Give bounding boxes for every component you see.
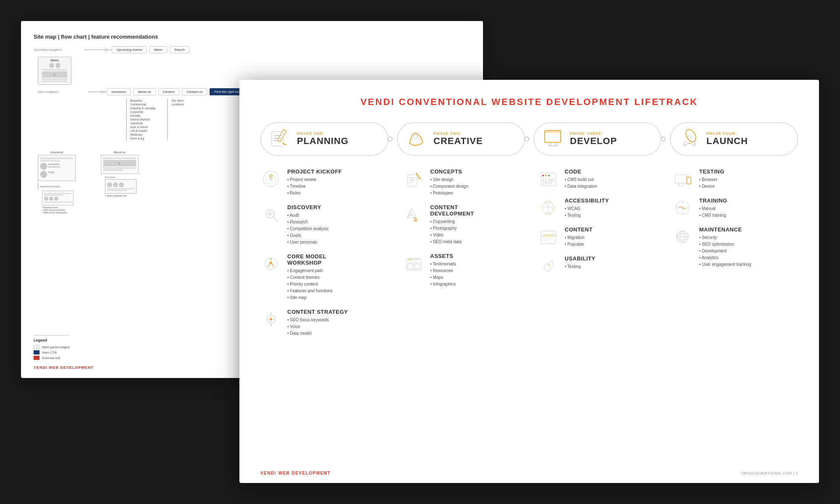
- content-dev-bullets: Copywriting Photography Video SEO meta d…: [430, 218, 520, 245]
- usability-text: USABILITY Testing: [565, 255, 655, 270]
- bullet-1: Project review: [287, 176, 386, 183]
- phase4-name: LAUNCH: [706, 136, 748, 147]
- nav-item-insurance: Insurance: [107, 88, 131, 95]
- svg-line-71: [683, 183, 684, 186]
- discovery-text: DISCOVERY Audit Research Competitive ana…: [287, 204, 386, 246]
- code-text: CODE CMS build out Data integration: [565, 168, 655, 190]
- concepts-title: CONCEPTS: [430, 168, 520, 175]
- item-discovery: DISCOVERY Audit Research Competitive ana…: [260, 204, 386, 246]
- item-content-dev: A a CONTENTDEVELOPMENT Copywriting Photo…: [403, 204, 520, 245]
- content-bullets: Migration Populate: [565, 234, 655, 248]
- insurance-dropdown: Business Commercial, property & casualty…: [118, 99, 184, 140]
- home-box: Home ▶: [38, 57, 71, 85]
- svg-point-15: [688, 135, 691, 138]
- phase-planning-text: PHASE ONE: PLANNING: [297, 131, 349, 147]
- bullet-3: Roles: [287, 190, 386, 197]
- concepts-text: CONCEPTS Site design Component design Pr…: [430, 168, 520, 197]
- phase-creative: PHASE TWO: CREATIVE: [397, 122, 525, 156]
- svg-rect-69: [675, 175, 687, 183]
- about-page-wire: About us ▶ Our team: [101, 151, 139, 214]
- phase2-dot: [524, 136, 529, 142]
- item-concepts: CONCEPTS Site design Component design Pr…: [403, 168, 520, 197]
- nav-item-contact: Contact us: [182, 88, 207, 95]
- legend-item-main: Main parent pages: [34, 345, 70, 349]
- legend-title: Legend: [34, 335, 70, 342]
- svg-rect-74: [688, 184, 690, 186]
- item-maintenance: MAINTENANCE Security SEO optimization De…: [672, 226, 798, 268]
- insurance-items: Business Commercial, property & casualty…: [126, 99, 155, 140]
- slide-title: VENDI CONVENTIONAL WEBSITE DEVELOPMENT L…: [260, 97, 798, 108]
- core-model-bullets: Engagement path Content themes Priority …: [287, 268, 386, 301]
- core-model-icon: [260, 253, 281, 274]
- svg-rect-48: [408, 264, 412, 269]
- vendi-footer-front: VENDI WEB DEVELOPMENT: [260, 471, 331, 475]
- svg-line-68: [548, 264, 550, 266]
- about-items: Our team Locations: [167, 99, 184, 140]
- legend-label-cta: Main CTA: [42, 351, 57, 354]
- col-launch: TESTING Browser Device: [664, 168, 798, 337]
- kickoff-icon: [260, 168, 281, 189]
- svg-point-55: [548, 175, 550, 176]
- phase-launch-text: PHASE FOUR: LAUNCH: [706, 131, 748, 147]
- core-model-text: CORE MODELWORKSHOP Engagement path Conte…: [287, 253, 386, 301]
- items-grid: PROJECT KICKOFF Project review Timeline …: [260, 168, 798, 337]
- phase-creative-icon: [406, 127, 427, 151]
- phase-planning-icon: [270, 127, 291, 151]
- bullet-2: Timeline: [287, 183, 386, 190]
- main-nav-label: Main navigation: [38, 90, 88, 93]
- phases-row: PHASE ONE: PLANNING PHASE TWO:: [260, 122, 798, 156]
- content-icon: <html>: [538, 226, 559, 247]
- maintenance-text: MAINTENANCE Security SEO optimization De…: [699, 226, 798, 268]
- testing-bullets: Browser Device: [699, 176, 798, 190]
- content-dev-text: CONTENTDEVELOPMENT Copywriting Photograp…: [430, 204, 520, 245]
- content-strategy-icon: [260, 309, 281, 330]
- usability-bullets: Testing: [565, 263, 655, 270]
- kickoff-text: PROJECT KICKOFF Project review Timeline …: [287, 168, 386, 197]
- phase4-num: PHASE FOUR:: [706, 131, 748, 136]
- slide-front: VENDI CONVENTIONAL WEBSITE DEVELOPMENT L…: [239, 80, 819, 483]
- phase-launch-icon: [679, 127, 700, 151]
- item-core-model: CORE MODELWORKSHOP Engagement path Conte…: [260, 253, 386, 301]
- svg-line-12: [555, 142, 556, 146]
- phase3-num: PHASE THREE:: [570, 131, 617, 136]
- training-bullets: Manual CMS training: [699, 205, 798, 219]
- item-testing: TESTING Browser Device: [672, 168, 798, 190]
- phase-develop-icon: [543, 127, 564, 151]
- svg-line-22: [273, 217, 278, 221]
- phase-planning: PHASE ONE: PLANNING: [260, 122, 388, 156]
- training-text: TRAINING Manual CMS training: [699, 197, 798, 219]
- kickoff-title: PROJECT KICKOFF: [287, 168, 386, 175]
- phase2-num: PHASE TWO:: [433, 131, 483, 136]
- phase2-name: CREATIVE: [433, 136, 483, 147]
- insurance-sub: Insurance product: [38, 183, 76, 214]
- phase1-name: PLANNING: [297, 136, 349, 147]
- core-model-title: CORE MODELWORKSHOP: [287, 253, 386, 266]
- phase-launch: PHASE FOUR: LAUNCH: [670, 122, 798, 156]
- content-title: CONTENT: [565, 226, 655, 233]
- item-content-strategy: CONTENT STRATEGY SEO focus keywords Voic…: [260, 309, 386, 337]
- insurance-page-wire: Insurance ? Insurancedecision tool ? FAQ…: [38, 151, 76, 214]
- discovery-bullets: Audit Research Competitive analysis Goal…: [287, 212, 386, 246]
- testing-icon: [672, 168, 693, 189]
- svg-text:<html>: <html>: [542, 234, 556, 238]
- item-content: <html> CONTENT Migration Populate: [538, 226, 655, 248]
- content-strategy-text: CONTENT STRATEGY SEO focus keywords Voic…: [287, 309, 386, 337]
- phase3-name: DEVELOP: [570, 136, 617, 147]
- item-code: 01 001 10010 CODE CMS build out Data int…: [538, 168, 655, 190]
- assets-text: ASSETS Testimonials Resources Maps Infog…: [430, 253, 520, 288]
- svg-line-11: [550, 142, 551, 146]
- content-text: CONTENT Migration Populate: [565, 226, 655, 248]
- item-assets: ASSETS Testimonials Resources Maps Infog…: [403, 253, 520, 288]
- legend: Legend Main parent pages Main CTA Extern…: [34, 335, 70, 361]
- legend-label-external: External link: [42, 356, 60, 360]
- secondary-nav-row: Secondary navigation Upcoming events New…: [34, 46, 470, 53]
- col-develop: 01 001 10010 CODE CMS build out Data int…: [530, 168, 664, 337]
- assets-bullets: Testimonials Resources Maps Infographics: [430, 261, 520, 288]
- svg-point-54: [545, 175, 547, 176]
- nav-item-search: Search: [170, 46, 189, 53]
- phase3-dot: [661, 136, 666, 142]
- phase-creative-text: PHASE TWO: CREATIVE: [433, 131, 483, 147]
- svg-line-5: [282, 143, 286, 145]
- svg-line-70: [679, 183, 680, 186]
- svg-rect-36: [408, 175, 417, 186]
